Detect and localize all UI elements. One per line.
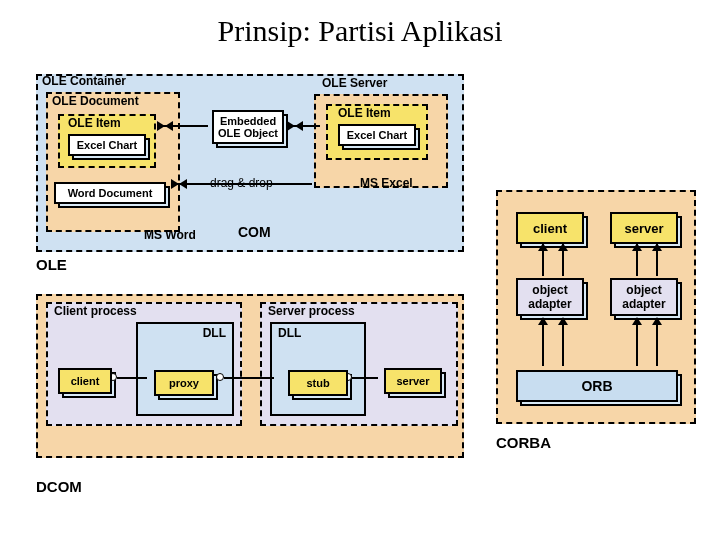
client-dll-label: DLL (203, 326, 226, 340)
word-document-label: Word Document (68, 187, 153, 199)
ole-item-label-left: OLE Item (68, 116, 121, 130)
corba-conn-4 (636, 318, 638, 366)
conn-stub-server (352, 377, 378, 379)
corba-region: client server object adapter object adap… (496, 190, 696, 424)
excel-chart-label-left: Excel Chart (77, 139, 138, 151)
arrow-word-excel (172, 183, 312, 185)
embedded-line2: OLE Object (218, 127, 278, 139)
conn-dot-2 (216, 373, 224, 381)
object-adapter-left: object adapter (516, 278, 584, 316)
page-title: Prinsip: Partisi Aplikasi (0, 0, 720, 48)
word-document-box: Word Document (54, 182, 166, 204)
excel-chart-label-right: Excel Chart (347, 129, 408, 141)
embedded-ole-object: Embedded OLE Object (212, 110, 284, 144)
oa-left-l1: object (532, 283, 567, 297)
excel-chart-left: Excel Chart (68, 134, 146, 156)
ole-region: OLE Container OLE Document OLE Item Exce… (36, 74, 464, 252)
arrow-embedded-right (288, 125, 320, 127)
dcom-region: Client process DLL proxy client Server p… (36, 294, 464, 458)
ole-item-label-right: OLE Item (338, 106, 391, 120)
arrow-item-embedded (158, 125, 208, 127)
ole-section-label: OLE (36, 256, 67, 273)
corba-server: server (610, 212, 678, 244)
client-process: Client process DLL proxy client (46, 302, 242, 426)
server-dll-label: DLL (278, 326, 301, 340)
proxy-label: proxy (169, 377, 199, 389)
conn-client-proxy (117, 377, 147, 379)
server-dll: DLL stub (270, 322, 366, 416)
stub-box: stub (288, 370, 348, 396)
corba-client: client (516, 212, 584, 244)
stub-label: stub (306, 377, 329, 389)
corba-conn-1b (562, 244, 564, 276)
client-label: client (71, 375, 100, 387)
conn-proxy-stub (224, 377, 274, 379)
ms-word-label: MS Word (144, 228, 196, 242)
ole-document: OLE Document OLE Item Excel Chart Word D… (46, 92, 180, 232)
object-adapter-right: object adapter (610, 278, 678, 316)
ole-document-label: OLE Document (52, 94, 139, 108)
ole-item-left: OLE Item Excel Chart (58, 114, 156, 168)
dcom-section-label: DCOM (36, 478, 82, 495)
ole-server: OLE Item Excel Chart (314, 94, 448, 188)
orb-label: ORB (581, 378, 612, 394)
server-process: Server process DLL stub server (260, 302, 458, 426)
corba-conn-3 (542, 318, 544, 366)
corba-conn-4b (656, 318, 658, 366)
client-process-label: Client process (54, 304, 137, 318)
oa-right-l2: adapter (622, 297, 665, 311)
corba-section-label: CORBA (496, 434, 551, 451)
corba-client-label: client (533, 221, 567, 236)
ole-server-label: OLE Server (322, 76, 387, 90)
server-label: server (396, 375, 429, 387)
corba-server-label: server (624, 221, 663, 236)
orb-box: ORB (516, 370, 678, 402)
corba-conn-3b (562, 318, 564, 366)
oa-right-l1: object (626, 283, 661, 297)
excel-chart-right: Excel Chart (338, 124, 416, 146)
corba-conn-2 (636, 244, 638, 276)
server-box: server (384, 368, 442, 394)
oa-left-l2: adapter (528, 297, 571, 311)
corba-conn-2b (656, 244, 658, 276)
server-process-label: Server process (268, 304, 355, 318)
client-dll: DLL proxy (136, 322, 234, 416)
client-box: client (58, 368, 112, 394)
proxy-box: proxy (154, 370, 214, 396)
ms-excel-label: MS Excel (360, 176, 413, 190)
ole-container-label: OLE Container (42, 74, 126, 88)
corba-conn-1 (542, 244, 544, 276)
embedded-line1: Embedded (220, 115, 276, 127)
com-label: COM (238, 224, 271, 240)
ole-item-right: OLE Item Excel Chart (326, 104, 428, 160)
